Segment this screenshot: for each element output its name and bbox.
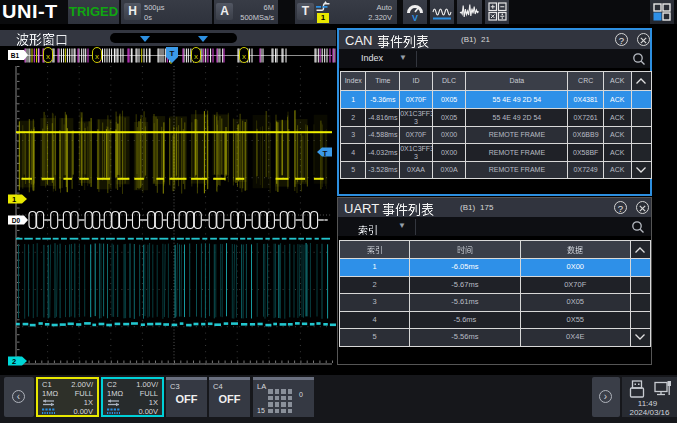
svg-text:x: x: [46, 52, 50, 61]
svg-text:D0: D0: [12, 217, 21, 224]
svg-text:2: 2: [12, 357, 16, 366]
svg-text:B1: B1: [11, 52, 20, 59]
svg-text:T: T: [323, 149, 328, 158]
svg-text:V: V: [412, 13, 418, 23]
svg-text:x: x: [95, 52, 99, 61]
svg-text:1: 1: [12, 195, 16, 204]
svg-text:x: x: [242, 52, 246, 61]
svg-text:x: x: [194, 52, 198, 61]
svg-text:T: T: [170, 49, 175, 58]
